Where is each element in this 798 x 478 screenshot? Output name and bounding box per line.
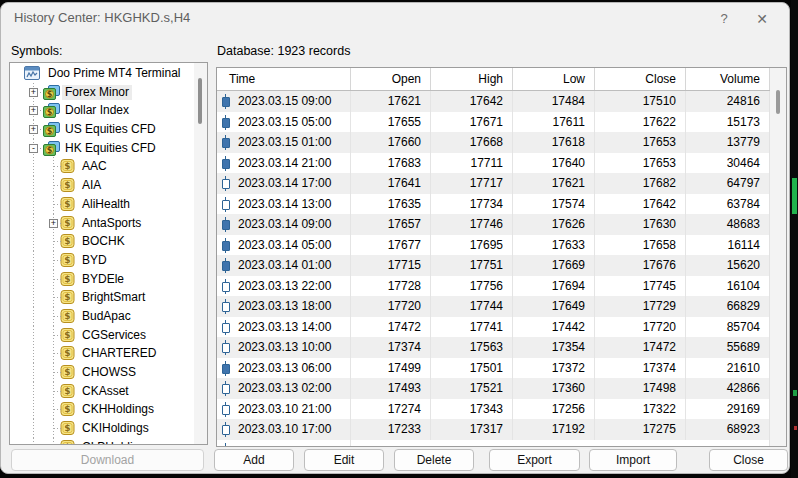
expand-icon[interactable]: + [29,88,38,97]
candle-bearish-icon [221,94,230,109]
cell-time: 2023.03.14 05:00 [217,235,351,256]
expand-icon[interactable]: + [29,125,38,134]
table-row[interactable]: 2023.03.14 21:00176831771117640176533046… [217,153,770,174]
table-row[interactable]: 2023.03.14 17:00176411771717621176826479… [217,173,770,194]
table-row[interactable]: 2023.03.15 05:00176551767117611176221517… [217,112,770,133]
tree-item-doo-prime-mt4-terminal[interactable]: Doo Prime MT4 Terminal [10,64,194,83]
dollar-tag-icon: $ [60,328,75,345]
tree-item-label: CKIHoldings [79,421,152,436]
table-row[interactable]: 2023.03.13 14:00174721774117442177208570… [217,317,770,338]
dollar-tag-icon: $ [60,346,75,363]
tree-item-budapac[interactable]: $BudApac [10,307,194,326]
tree-item-forex-minor[interactable]: +$Forex Minor [10,83,194,102]
tree-item-us-equities-cfd[interactable]: +$US Equities CFD [10,120,194,139]
cell-close: 17510 [595,91,686,112]
table-row[interactable]: 2023.03.13 06:00174991750117372173742161… [217,358,770,379]
column-header-close[interactable]: Close [595,68,686,90]
cell-low: 17633 [513,235,595,256]
table-row[interactable]: 2023.03.10 21:00172741734317256173222916… [217,399,770,420]
table-row[interactable]: 2023.03.15 09:00176211764217484175102481… [217,91,770,112]
tree-item-chowss[interactable]: $CHOWSS [10,363,194,382]
cell-volume: 63784 [686,194,770,215]
cell-high: 17746 [431,214,513,235]
svg-text:$: $ [47,108,53,117]
cell-time: 2023.03.13 14:00 [217,317,351,338]
window-title: History Center: HKGHKD.s,H4 [14,10,190,25]
add-button[interactable]: Add [214,449,294,471]
tree-item-byd[interactable]: $BYD [10,251,194,270]
table-row[interactable]: 2023.03.14 01:00177151775117669176761562… [217,255,770,276]
tree-item-ckiholdings[interactable]: $CKIHoldings [10,419,194,438]
cell-high: 17317 [431,419,513,440]
tree-item-label: CLPHoldings [79,440,155,444]
titlebar[interactable]: History Center: HKGHKD.s,H4 ? ✕ [1,3,789,33]
tree-scrollbar[interactable] [194,63,207,444]
table-row[interactable]: 2023.03.14 13:00176351773417574176426378… [217,194,770,215]
expand-icon[interactable]: + [29,106,38,115]
table-row[interactable]: 2023.03.14 05:00176771769517633176581611… [217,235,770,256]
tree-item-aac[interactable]: $AAC [10,157,194,176]
column-header-volume[interactable]: Volume [686,68,770,90]
column-header-low[interactable]: Low [513,68,595,90]
table-scrollbar[interactable] [769,68,786,446]
tree-item-aia[interactable]: $AIA [10,176,194,195]
column-header-high[interactable]: High [431,68,513,90]
cell-high: 17343 [431,399,513,420]
import-button[interactable]: Import [589,449,677,471]
tree-item-ckasset[interactable]: $CKAsset [10,382,194,401]
tree-item-chartered[interactable]: $CHARTERED [10,344,194,363]
tree-item-label: BOCHK [79,234,128,249]
cell-open: 17660 [351,132,431,153]
tree-item-label: Doo Prime MT4 Terminal [45,66,183,81]
close-window-icon[interactable]: ✕ [749,8,775,30]
tree-item-cgservices[interactable]: $CGServices [10,326,194,345]
time-value: 2023.03.14 05:00 [238,235,331,256]
tree-item-dollar-index[interactable]: +$Dollar Index [10,101,194,120]
candle-bullish-icon [221,320,230,335]
tree-item-antasports[interactable]: +$AntaSports [10,214,194,233]
export-button[interactable]: Export [489,449,580,471]
table-scrollbar-thumb[interactable] [776,90,780,114]
collapse-icon[interactable]: - [29,144,38,153]
table-row[interactable]: 2023.03.10 17:00172331731717192172756892… [217,419,770,440]
expand-icon[interactable]: + [49,219,58,228]
cell-low: 17669 [513,255,595,276]
tree-item-label: US Equities CFD [62,122,159,137]
table-row[interactable]: 2023.03.13 22:00177281775617694177451610… [217,276,770,297]
tree-item-ckhholdings[interactable]: $CKHHoldings [10,400,194,419]
cell-open: 17635 [351,194,431,215]
table-row[interactable]: 2023.03.15 01:00176601766817618176531377… [217,132,770,153]
symbols-tree: Doo Prime MT4 Terminal+$Forex Minor+$Dol… [10,64,194,444]
table-row[interactable]: 2023.03.13 18:00177201774417649177296682… [217,296,770,317]
cell-low: 17611 [513,112,595,133]
column-header-open[interactable]: Open [351,68,431,90]
cell-close: 17658 [595,235,686,256]
edit-button[interactable]: Edit [304,449,384,471]
tree-item-brightsmart[interactable]: $BrightSmart [10,288,194,307]
cell-time: 2023.03.10 21:00 [217,399,351,420]
help-button[interactable]: ? [711,8,737,30]
table-row[interactable]: 2023.03.14 09:00176571774617626176304868… [217,214,770,235]
cell-high: 17668 [431,132,513,153]
candle-bullish-icon [221,197,230,212]
time-value: 2023.03.14 01:00 [238,255,331,276]
column-header-time[interactable]: Time [217,68,351,90]
tree-item-alihealth[interactable]: $AliHealth [10,195,194,214]
tree-item-bydele[interactable]: $BYDEle [10,270,194,289]
dollar-tag-icon: $ [60,178,75,195]
tree-item-bochk[interactable]: $BOCHK [10,232,194,251]
close-button[interactable]: Close [709,449,788,471]
delete-button[interactable]: Delete [394,449,474,471]
cell-close: 17682 [595,173,686,194]
download-button[interactable]: Download [11,449,204,471]
tree-scrollbar-thumb[interactable] [198,78,202,124]
cell-low: 17192 [513,419,595,440]
cell-close: 17472 [595,337,686,358]
tree-item-clpholdings[interactable]: $CLPHoldings [10,438,194,444]
cell-time: 2023.03.15 05:00 [217,112,351,133]
cell-volume: 21610 [686,358,770,379]
tree-item-hk-equities-cfd[interactable]: -$HK Equities CFD [10,139,194,158]
table-row[interactable]: 2023.03.13 10:00173741756317354174725568… [217,337,770,358]
tree-item-label: CKHHoldings [79,402,157,417]
table-row[interactable]: 2023.03.13 02:00174931752117360174984286… [217,378,770,399]
